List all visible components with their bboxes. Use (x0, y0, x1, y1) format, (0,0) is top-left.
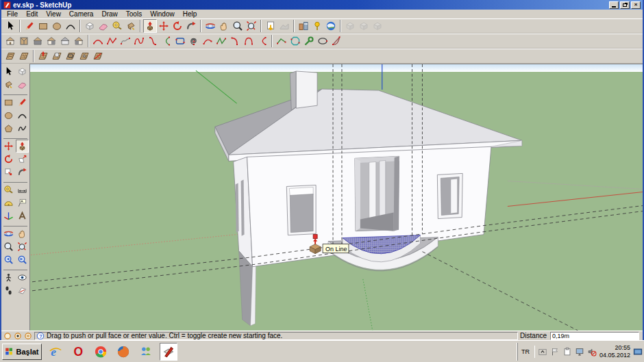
rotate-button[interactable] (171, 19, 184, 33)
follow-me-button[interactable] (184, 19, 198, 33)
stamp-button[interactable] (50, 49, 64, 63)
title-bar[interactable]: ev.skp - SketchUp × (1, 0, 643, 10)
bezier-n-curve-button[interactable] (132, 34, 146, 48)
smoove-button[interactable] (36, 49, 50, 63)
from-scratch-button[interactable] (17, 49, 31, 63)
hook-curve-button[interactable] (228, 34, 242, 48)
google-earth-button[interactable] (324, 19, 338, 33)
chrome-button[interactable] (92, 343, 110, 361)
make-component-button[interactable] (16, 65, 29, 78)
share-component-button[interactable] (371, 19, 384, 33)
spiral-button[interactable] (187, 34, 201, 48)
restore-button[interactable] (620, 1, 630, 9)
windows-messenger-button[interactable] (137, 343, 155, 361)
eraser-button[interactable] (16, 78, 29, 91)
menu-edit[interactable]: Edit (22, 10, 42, 18)
language-indicator[interactable]: TR (519, 348, 532, 356)
rotate-button[interactable] (2, 153, 15, 166)
menu-file[interactable]: File (3, 10, 22, 18)
get-models-button[interactable] (343, 19, 357, 33)
tape-measure-button[interactable] (2, 183, 15, 196)
menu-help[interactable]: Help (179, 10, 201, 18)
orbit-button[interactable] (2, 227, 15, 240)
3d-text-button[interactable] (16, 209, 29, 222)
eraser-button[interactable] (97, 19, 110, 33)
photo-textures-button[interactable] (297, 19, 310, 33)
arc-button[interactable] (64, 19, 77, 33)
from-contours-button[interactable] (3, 49, 17, 63)
bezier-open-arc-button[interactable] (160, 34, 173, 48)
front-view-button[interactable] (31, 34, 45, 48)
walk-button[interactable] (2, 284, 15, 297)
close-button[interactable]: × (631, 1, 641, 9)
zoom-button[interactable] (231, 19, 245, 33)
minimize-button[interactable] (609, 1, 619, 9)
viewport[interactable]: On Line (30, 64, 643, 331)
zoom-next-button[interactable] (16, 253, 29, 266)
arc-segment-button[interactable] (201, 34, 214, 48)
circle-button[interactable] (50, 19, 64, 33)
signin-icon[interactable] (24, 332, 32, 340)
axes-button[interactable] (2, 209, 15, 222)
zoom-previous-button[interactable] (2, 253, 15, 266)
u-curve-button[interactable] (242, 34, 256, 48)
zo-button[interactable] (2, 240, 15, 253)
drawing-canvas[interactable]: On Line (30, 64, 643, 331)
rectangle-button[interactable] (2, 96, 15, 109)
clipboard-icon[interactable] (562, 347, 572, 357)
left-view-button[interactable] (72, 34, 86, 48)
right-view-button[interactable] (45, 34, 58, 48)
iso-view-button[interactable] (3, 34, 17, 48)
plugin-wrench-button[interactable] (302, 34, 316, 48)
push-pull-button[interactable] (143, 19, 157, 33)
bezier-s-curve-button[interactable] (146, 34, 160, 48)
geolocation-icon[interactable] (3, 332, 12, 340)
menu-window[interactable]: Window (146, 10, 179, 18)
toggle-terrain-button[interactable] (277, 19, 291, 33)
polygon-button[interactable] (2, 122, 15, 135)
share-model-button[interactable] (357, 19, 371, 33)
follow-me-button[interactable] (16, 166, 29, 179)
internet-explorer-button[interactable]: e (47, 343, 64, 361)
scale-button[interactable] (16, 153, 29, 166)
line-button[interactable] (23, 19, 36, 33)
paint-bucket-button[interactable] (124, 19, 138, 33)
chimney-side[interactable] (290, 71, 296, 110)
zigzag-curve-button[interactable] (214, 34, 228, 48)
show-desktop-icon[interactable] (633, 347, 643, 357)
add-location-button[interactable] (310, 19, 324, 33)
select-button[interactable] (3, 19, 17, 33)
start-button[interactable]: Başlat (2, 344, 42, 360)
zoom-extents-button[interactable] (16, 240, 29, 253)
make-component-button[interactable] (83, 19, 97, 33)
credit-icon[interactable] (14, 332, 22, 340)
drape-button[interactable] (64, 49, 77, 63)
measurement-input[interactable]: 0,19m (550, 332, 639, 340)
menu-view[interactable]: View (42, 10, 65, 18)
circle-button[interactable] (2, 109, 15, 122)
look-around-button[interactable] (16, 271, 29, 284)
bezier-polyline-button[interactable] (105, 34, 119, 48)
orbit-button[interactable] (203, 19, 217, 33)
help-icon[interactable]: ? (36, 332, 45, 340)
flip-edge-button[interactable] (91, 49, 105, 63)
section-plane-button[interactable] (16, 284, 29, 297)
left-window[interactable] (286, 185, 316, 235)
pan-button[interactable] (16, 227, 29, 240)
zoom-extents-button[interactable] (245, 19, 258, 33)
firefox-button[interactable] (114, 343, 132, 361)
offset-button[interactable] (2, 166, 15, 179)
c-curve-button[interactable] (256, 34, 269, 48)
tape-measure-button[interactable] (110, 19, 124, 33)
bezier-freehand-button[interactable] (119, 34, 132, 48)
sketchup-button[interactable] (160, 343, 177, 361)
push-pull-button[interactable] (16, 140, 29, 153)
menu-camera[interactable]: Camera (65, 10, 98, 18)
freehand-button[interactable] (16, 122, 29, 135)
pan-button[interactable] (217, 19, 231, 33)
simplify-curve-button[interactable] (275, 34, 288, 48)
muted-speaker-icon[interactable] (587, 347, 597, 357)
menu-draw[interactable]: Draw (97, 10, 121, 18)
chimney-front[interactable] (296, 71, 317, 108)
pie-wedge-button[interactable] (330, 34, 343, 48)
